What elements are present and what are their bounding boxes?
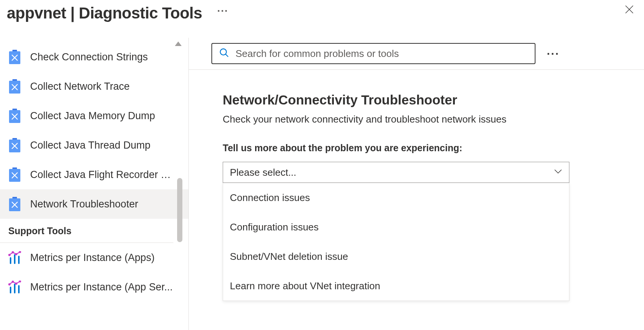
tool-icon bbox=[8, 50, 21, 64]
svg-point-31 bbox=[12, 251, 14, 253]
dropdown-option-subnet-vnet-deletion[interactable]: Subnet/VNet deletion issue bbox=[223, 242, 569, 271]
sidebar: Check Connection Strings Collect Network… bbox=[0, 38, 188, 330]
svg-line-42 bbox=[226, 54, 228, 57]
svg-point-37 bbox=[8, 283, 11, 285]
sidebar-item-network-troubleshooter[interactable]: Network Troubleshooter bbox=[0, 189, 188, 219]
sidebar-item-label: Collect Network Trace bbox=[30, 81, 130, 92]
tool-icon bbox=[8, 197, 21, 211]
main-more-button[interactable]: ··· bbox=[547, 51, 560, 57]
sidebar-item-metrics-apps[interactable]: Metrics per Instance (Apps) bbox=[0, 243, 188, 272]
dropdown-option-connection-issues[interactable]: Connection issues bbox=[223, 183, 569, 212]
sidebar-item-label: Metrics per Instance (App Ser... bbox=[30, 281, 173, 293]
sidebar-item-label: Check Connection Strings bbox=[30, 51, 148, 63]
dropdown-option-configuration-issues[interactable]: Configuration issues bbox=[223, 212, 569, 242]
sidebar-item-collect-java-memory-dump[interactable]: Collect Java Memory Dump bbox=[0, 101, 188, 130]
chart-icon bbox=[8, 251, 21, 264]
scroll-up-button[interactable] bbox=[175, 41, 182, 48]
problem-select[interactable]: Please select... bbox=[223, 162, 569, 183]
svg-marker-2 bbox=[175, 41, 182, 46]
sidebar-section-header: Support Tools bbox=[0, 219, 173, 243]
sidebar-item-label: Collect Java Thread Dump bbox=[30, 140, 150, 151]
sidebar-item-metrics-app-service[interactable]: Metrics per Instance (App Ser... bbox=[0, 272, 188, 302]
svg-point-30 bbox=[8, 254, 11, 256]
search-icon bbox=[219, 48, 229, 60]
sidebar-item-label: Collect Java Memory Dump bbox=[30, 110, 155, 122]
search-input[interactable] bbox=[236, 48, 528, 60]
scrollbar-thumb[interactable] bbox=[177, 178, 182, 242]
sidebar-item-label: Metrics per Instance (Apps) bbox=[30, 252, 154, 264]
dropdown-option-learn-vnet-integration[interactable]: Learn more about VNet integration bbox=[223, 271, 569, 301]
search-row: ··· bbox=[189, 38, 644, 70]
chevron-down-icon bbox=[554, 169, 562, 176]
sidebar-item-collect-network-trace[interactable]: Collect Network Trace bbox=[0, 72, 188, 101]
sidebar-item-collect-java-flight-recorder[interactable]: Collect Java Flight Recorder T... bbox=[0, 160, 188, 189]
select-placeholder: Please select... bbox=[230, 167, 296, 178]
tool-icon bbox=[8, 79, 21, 94]
close-button[interactable] bbox=[624, 4, 635, 17]
sidebar-item-check-connection-strings[interactable]: Check Connection Strings bbox=[0, 42, 188, 72]
svg-point-38 bbox=[12, 281, 14, 283]
svg-point-41 bbox=[220, 49, 226, 55]
svg-point-32 bbox=[15, 253, 17, 255]
caret-up-icon bbox=[175, 41, 182, 46]
page-header: appvnet | Diagnostic Tools ··· bbox=[0, 0, 644, 26]
sidebar-item-collect-java-thread-dump[interactable]: Collect Java Thread Dump bbox=[0, 130, 188, 160]
content-subtitle: Check your network connectivity and trou… bbox=[223, 114, 569, 125]
tool-icon bbox=[8, 109, 21, 123]
close-icon bbox=[624, 4, 635, 15]
search-box[interactable] bbox=[211, 43, 535, 64]
content-area: Network/Connectivity Troubleshooter Chec… bbox=[189, 70, 603, 301]
title-more-button[interactable]: ··· bbox=[217, 6, 228, 21]
prompt-label: Tell us more about the problem you are e… bbox=[223, 143, 569, 153]
tool-icon bbox=[8, 167, 21, 182]
problem-dropdown: Connection issues Configuration issues S… bbox=[223, 183, 569, 301]
content-title: Network/Connectivity Troubleshooter bbox=[223, 92, 569, 107]
page-title: appvnet | Diagnostic Tools bbox=[7, 4, 202, 22]
sidebar-item-label: Collect Java Flight Recorder T... bbox=[30, 169, 173, 181]
sidebar-item-label: Network Troubleshooter bbox=[30, 198, 138, 210]
chart-icon bbox=[8, 281, 21, 293]
tool-icon bbox=[8, 138, 21, 152]
main-panel: ··· Network/Connectivity Troubleshooter … bbox=[188, 38, 644, 330]
svg-point-39 bbox=[15, 282, 17, 285]
